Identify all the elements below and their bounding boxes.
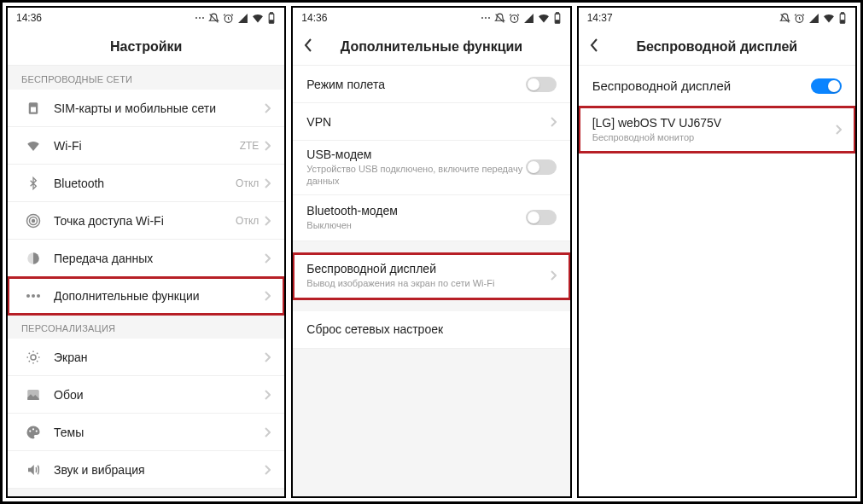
svg-point-12 <box>37 294 40 298</box>
svg-point-16 <box>32 428 34 430</box>
header: Настройки <box>8 28 284 66</box>
more-dots-icon: ⋯ <box>195 12 205 24</box>
section-wireless-label: БЕСПРОВОДНЫЕ СЕТИ <box>8 66 284 90</box>
row-bt-modem[interactable]: Bluetooth-модем Выключен <box>293 195 569 241</box>
data-icon <box>21 251 45 266</box>
signal-icon <box>237 13 248 24</box>
wifi-icon <box>538 13 550 24</box>
chevron-right-icon <box>264 141 271 151</box>
more-icon <box>21 293 45 298</box>
bt-status: Откл <box>236 177 259 189</box>
row-usb-modem[interactable]: USB-модем Устройство USB подключено, вкл… <box>293 141 569 195</box>
alarm-icon <box>794 13 805 24</box>
bell-off-icon <box>208 13 219 24</box>
palette-icon <box>21 425 45 440</box>
section-system-label: СИСТЕМА И УСТРОЙСТВО <box>8 489 284 496</box>
status-bar: 14:36 ⋯ <box>293 8 569 28</box>
chevron-right-icon <box>264 352 271 362</box>
battery-icon <box>838 12 847 24</box>
status-icons: ⋯ <box>195 12 276 24</box>
row-sim-cards[interactable]: SIM-карты и мобильные сети <box>8 90 284 127</box>
row-themes[interactable]: Темы <box>8 414 284 451</box>
wifi-icon <box>823 13 835 24</box>
more-dots-icon: ⋯ <box>481 12 491 24</box>
row-wallpaper[interactable]: Обои <box>8 376 284 414</box>
status-icons <box>779 12 847 24</box>
airplane-toggle[interactable] <box>526 77 557 92</box>
spacer <box>293 299 569 311</box>
wifi-status: ZTE <box>240 140 259 152</box>
row-more-functions[interactable]: Дополнительные функции <box>8 277 284 315</box>
chevron-right-icon <box>264 178 271 188</box>
svg-rect-25 <box>841 20 844 23</box>
cast-list[interactable]: Беспроводной дисплей [LG] webOS TV UJ675… <box>579 66 855 496</box>
signal-icon <box>808 13 819 24</box>
hotspot-status: Откл <box>236 215 259 227</box>
battery-icon <box>267 12 276 24</box>
svg-rect-21 <box>556 20 559 23</box>
brightness-icon <box>21 350 45 365</box>
row-wireless-display[interactable]: Беспроводной дисплей Вывод изображения н… <box>293 253 569 299</box>
phone-screen-wireless-display: 14:37 Беспроводной дисплей Беспроводной … <box>577 6 857 498</box>
status-icons: ⋯ <box>481 12 562 24</box>
row-data-usage[interactable]: Передача данных <box>8 240 284 277</box>
wifi-icon <box>252 13 264 24</box>
alarm-icon <box>223 13 234 24</box>
usb-toggle[interactable] <box>526 159 557 175</box>
svg-point-17 <box>36 430 38 432</box>
row-hotspot[interactable]: Точка доступа Wi-Fi Откл <box>8 202 284 240</box>
chevron-right-icon <box>550 270 557 281</box>
spacer <box>293 241 569 253</box>
row-bluetooth[interactable]: Bluetooth Откл <box>8 165 284 202</box>
svg-rect-5 <box>31 107 36 112</box>
phone-screen-more-functions: 14:36 ⋯ Дополнительные функции Режим пол… <box>291 6 571 498</box>
bt-modem-toggle[interactable] <box>526 210 557 225</box>
svg-rect-24 <box>842 13 844 14</box>
svg-rect-3 <box>270 20 273 23</box>
row-wifi[interactable]: Wi-Fi ZTE <box>8 127 284 165</box>
row-vpn[interactable]: VPN <box>293 103 569 141</box>
sound-icon <box>21 462 45 478</box>
bell-off-icon <box>779 13 790 24</box>
chevron-right-icon <box>264 103 271 113</box>
chevron-left-icon <box>303 38 313 53</box>
battery-icon <box>553 12 562 24</box>
status-time: 14:37 <box>587 12 613 24</box>
svg-rect-20 <box>556 13 558 14</box>
wifi-row-icon <box>21 138 45 154</box>
row-display[interactable]: Экран <box>8 339 284 376</box>
more-list[interactable]: Режим полета VPN USB-модем Устройство US… <box>293 66 569 496</box>
svg-point-10 <box>26 294 30 298</box>
chevron-right-icon <box>264 465 271 475</box>
svg-point-6 <box>32 219 35 222</box>
chevron-right-icon <box>264 253 271 264</box>
status-time: 14:36 <box>301 12 327 24</box>
row-airplane-mode[interactable]: Режим полета <box>293 66 569 103</box>
page-title: Настройки <box>110 39 182 55</box>
bell-off-icon <box>494 13 505 24</box>
cast-toggle[interactable] <box>811 78 842 94</box>
chevron-right-icon <box>264 390 271 400</box>
back-button[interactable] <box>589 38 599 56</box>
row-sound[interactable]: Звук и вибрация <box>8 451 284 489</box>
svg-point-13 <box>31 355 36 360</box>
svg-point-11 <box>32 294 35 298</box>
status-time: 14:36 <box>16 12 42 24</box>
row-device-lg-tv[interactable]: [LG] webOS TV UJ675V Беспроводной монито… <box>579 107 855 153</box>
chevron-right-icon <box>550 117 557 127</box>
status-bar: 14:36 ⋯ <box>8 8 284 28</box>
alarm-icon <box>509 13 520 24</box>
row-reset-network[interactable]: Сброс сетевых настроек <box>293 311 569 349</box>
signal-icon <box>523 13 534 24</box>
settings-list[interactable]: БЕСПРОВОДНЫЕ СЕТИ SIM-карты и мобильные … <box>8 66 284 496</box>
bluetooth-icon <box>21 176 45 191</box>
section-personalization-label: ПЕРСОНАЛИЗАЦИЯ <box>8 315 284 339</box>
chevron-right-icon <box>835 125 842 135</box>
chevron-right-icon <box>264 216 271 226</box>
row-cast-toggle[interactable]: Беспроводной дисплей <box>579 66 855 107</box>
back-button[interactable] <box>303 38 313 56</box>
image-icon <box>21 387 45 403</box>
svg-point-15 <box>29 430 31 432</box>
svg-rect-2 <box>271 13 273 14</box>
chevron-left-icon <box>589 38 599 53</box>
